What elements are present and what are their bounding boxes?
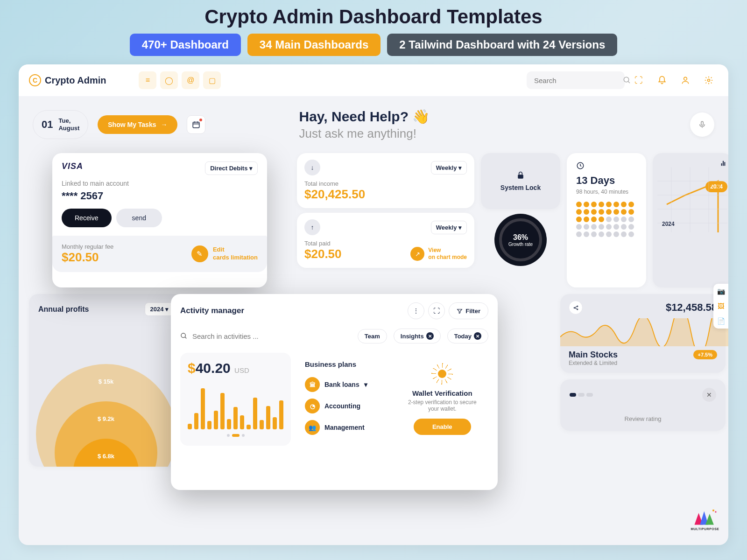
view-chart-button[interactable]: ↗ Viewon chart mode <box>410 247 467 261</box>
menu-icon[interactable]: ≡ <box>139 71 156 89</box>
search-icon <box>180 332 188 340</box>
show-tasks-button[interactable]: Show My Tasks→ <box>98 115 177 134</box>
brand-icon: C <box>29 74 41 86</box>
people-icon: 👥 <box>305 420 320 435</box>
svg-rect-3 <box>193 122 200 128</box>
fee-value: $20.50 <box>62 250 113 265</box>
receive-button[interactable]: Receive <box>62 209 112 227</box>
chip-team[interactable]: Team <box>358 329 387 343</box>
gear-icon[interactable] <box>699 71 718 90</box>
stocks-sparkline <box>560 318 728 346</box>
total-income-card: ↓ Weekly ▾ Total income $20,425.50 <box>297 153 474 208</box>
svg-point-2 <box>708 79 710 82</box>
spark-card: 2024 2024 <box>653 153 728 287</box>
share-icon[interactable] <box>569 301 583 315</box>
svg-rect-14 <box>712 510 714 511</box>
chip-today[interactable]: Today✕ <box>447 329 488 343</box>
side-floating-tools: 📷 🖼 📄 <box>713 284 728 329</box>
svg-rect-5 <box>518 175 523 178</box>
bell-icon[interactable] <box>653 71 671 90</box>
expand-button[interactable]: ⛶ <box>428 302 445 319</box>
mic-button[interactable] <box>690 112 714 137</box>
image-icon[interactable]: 🖼 <box>713 299 728 314</box>
more-button[interactable]: ⋮ <box>408 302 424 319</box>
note-icon[interactable]: 📄 <box>713 314 728 329</box>
svg-point-12 <box>577 306 578 307</box>
user-icon[interactable] <box>676 71 695 90</box>
close-button[interactable]: ✕ <box>702 388 716 402</box>
svg-point-11 <box>574 307 575 308</box>
chip-insights[interactable]: Insights✕ <box>394 329 441 343</box>
lock-icon <box>516 171 525 180</box>
visa-number: **** 2567 <box>62 190 258 202</box>
calendar-button[interactable] <box>187 115 205 134</box>
hero-title: Hay, Need Help? 👋 <box>299 108 430 125</box>
svg-point-1 <box>684 77 687 80</box>
annual-profits-card: Annual profits 2024 ▾ $ 15k $ 9.2k $ 6.8… <box>29 294 183 467</box>
activity-amount-card: $40.20 USD <box>180 353 291 446</box>
fee-label: Monthly regular fee <box>62 243 113 250</box>
total-paid-card: ↑ Weekly ▾ Total paid $20.50 ↗ Viewon ch… <box>297 213 474 268</box>
pager[interactable] <box>188 434 283 437</box>
pct-badge: +7.5% <box>693 350 718 359</box>
days-card: 13 Days 98 hours, 40 minutes <box>567 153 646 287</box>
promo-title: Crypto Admin Dashboard Templates <box>19 6 728 28</box>
at-icon[interactable]: @ <box>182 71 199 89</box>
edit-cards-button[interactable]: ✎ Editcards limitation <box>191 245 258 262</box>
arrow-up-icon: ↑ <box>304 219 320 235</box>
date-chip: 01 Tue,August <box>33 110 88 139</box>
pie-icon: ◔ <box>305 399 320 413</box>
main-stocks-card: $12,458.58 Main Stocks Extended & Limite… <box>560 294 726 373</box>
trend-icon: ↗ <box>410 247 424 261</box>
filter-button[interactable]: Filter <box>449 302 488 319</box>
visa-card: VISA Direct Debits ▾ Linked to main acco… <box>52 153 267 287</box>
promo-pill-2: 34 Main Dashboards <box>247 34 381 56</box>
brand[interactable]: C Crypto Admin <box>29 74 106 86</box>
fullscreen-icon[interactable]: ⛶ <box>629 71 648 90</box>
activity-manager-card: Activity manager ⋮ ⛶ Filter Team Insight… <box>171 294 498 490</box>
clock-icon <box>576 161 637 170</box>
growth-rate-card: 36% Growth rate <box>481 214 560 287</box>
svg-rect-4 <box>701 121 704 125</box>
rating-pager[interactable] <box>570 393 593 397</box>
bp-accounting[interactable]: ◔Accounting <box>305 395 382 417</box>
svg-point-0 <box>624 77 629 82</box>
review-rating-card: ✕ Review rating <box>560 379 726 431</box>
activity-bar-chart <box>188 383 283 429</box>
hero-subtitle: Just ask me anything! <box>299 126 430 141</box>
vendor-logo: MULTIPURPOSE <box>686 509 724 540</box>
send-button[interactable]: send <box>116 209 162 227</box>
bp-bank-loans[interactable]: 🏛Bank loans ▾ <box>305 374 382 395</box>
income-weekly-dropdown[interactable]: Weekly ▾ <box>431 161 467 175</box>
paid-weekly-dropdown[interactable]: Weekly ▾ <box>431 221 467 234</box>
system-lock-card[interactable]: System Lock <box>481 153 560 209</box>
arrow-down-icon: ↓ <box>304 160 320 175</box>
clipboard-icon[interactable]: ▢ <box>203 71 221 89</box>
search-input[interactable] <box>527 71 625 89</box>
direct-debits-dropdown[interactable]: Direct Debits ▾ <box>205 161 258 175</box>
svg-point-10 <box>181 333 185 337</box>
svg-point-13 <box>577 308 578 309</box>
enable-button[interactable]: Enable <box>414 419 471 435</box>
visa-logo: VISA <box>62 161 83 171</box>
sun-icon <box>431 363 453 385</box>
edit-icon: ✎ <box>191 245 208 262</box>
camera-icon[interactable]: 📷 <box>713 284 728 299</box>
days-dots <box>576 202 637 237</box>
bank-icon: 🏛 <box>305 377 320 392</box>
annual-rings-chart: $ 15k $ 9.2k $ 6.8k <box>31 355 181 467</box>
bp-management[interactable]: 👥Management <box>305 417 382 438</box>
business-plans-card: Business plans 🏛Bank loans ▾ ◔Accounting… <box>297 353 390 446</box>
promo-pill-3: 2 Tailwind Dashboard with 24 Versions <box>387 34 617 56</box>
chat-icon[interactable]: ◯ <box>160 71 178 89</box>
activity-search-input[interactable] <box>180 332 351 340</box>
visa-linked-label: Linked to main account <box>62 180 258 187</box>
chart-icon <box>720 160 727 167</box>
annual-year-dropdown[interactable]: 2024 ▾ <box>145 302 174 316</box>
wallet-verification-card: Wallet Verification 2-step verification … <box>396 353 489 446</box>
svg-rect-15 <box>715 511 717 513</box>
promo-pill-1: 470+ Dashboard <box>130 34 241 56</box>
